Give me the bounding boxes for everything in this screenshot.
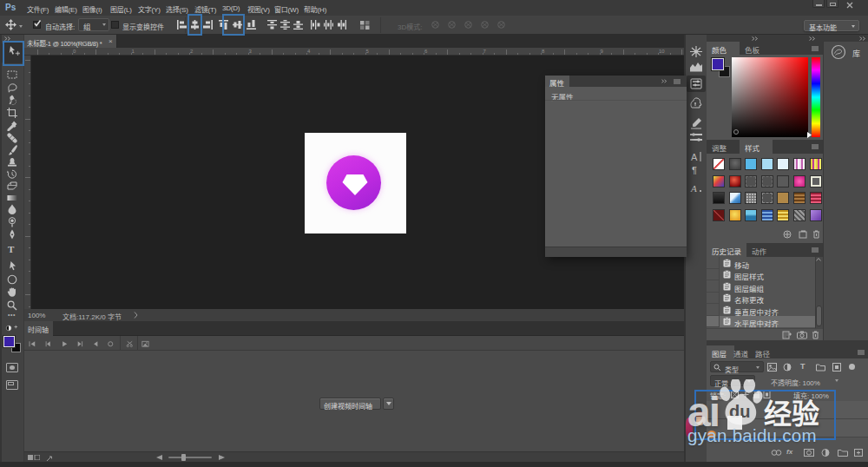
svg-text:A: A xyxy=(691,152,698,162)
svg-text:A: A xyxy=(690,183,697,194)
svg-text:¶: ¶ xyxy=(692,165,697,175)
